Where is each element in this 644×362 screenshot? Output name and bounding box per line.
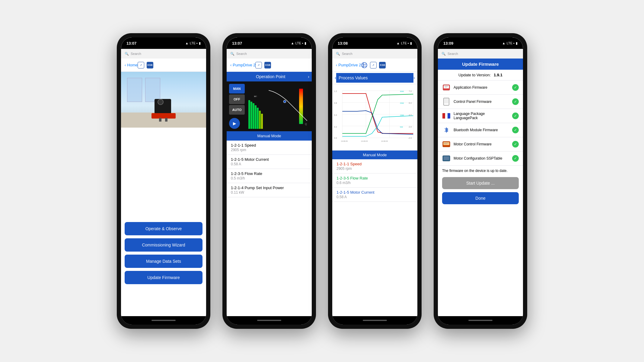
- svg-rect-41: [442, 113, 445, 119]
- manual-mode-header-2: Manual Mode: [227, 131, 312, 141]
- next-chevron[interactable]: ›: [413, 75, 415, 81]
- svg-text:0.2: 0.2: [334, 126, 337, 128]
- search-bar-3[interactable]: 🔍 Search: [332, 49, 417, 59]
- process-values-header: Process Values: [336, 73, 413, 83]
- done-btn[interactable]: Done: [442, 192, 519, 204]
- fw-check-4: ✓: [512, 141, 519, 148]
- ksb-icon-2[interactable]: KSB: [264, 62, 271, 68]
- manual-mode-header-3: Manual Mode: [332, 151, 417, 159]
- fw-check-1: ✓: [512, 98, 519, 105]
- play-btn[interactable]: ▶: [229, 118, 240, 129]
- data-rows-2: 1-2-1-1 Speed 2905 rpm 1-2-1-5 Motor Cur…: [227, 141, 312, 316]
- phone-1: 13:07 ▲ LTE ▪ ▮ 🔍 Search ‹ Home ↗: [117, 33, 210, 329]
- svg-text:13:08:05: 13:08:05: [341, 140, 348, 142]
- status-icons-2: ▲ LTE ▪ ▮: [291, 41, 306, 45]
- commissioning-wizard-btn[interactable]: Commissioning Wizard: [125, 238, 202, 252]
- status-time-1: 13:07: [126, 41, 136, 46]
- nav-header-1: ‹ Home ↗ KSB: [121, 59, 206, 72]
- status-icons-4: ▲ LTE ▪ ▮: [502, 41, 518, 45]
- search-icon-2: 🔍: [230, 52, 234, 56]
- svg-text:0.8: 0.8: [334, 102, 337, 104]
- share-icon-1[interactable]: ↗: [138, 62, 144, 68]
- bluetooth-icon: [442, 126, 451, 134]
- process-values-nav: ‹ Process Values ›: [332, 72, 417, 84]
- fw-item-label-1: Control Panel Firmware: [454, 100, 509, 104]
- search-icon-4: 🔍: [442, 52, 446, 56]
- data-row-2-1: 1-2-1-5 Motor Current 0.58 A: [227, 155, 312, 169]
- fw-status-text: The firmware on the device is up to date…: [438, 166, 523, 176]
- fw-item-2: Language Package LanguagePack ✓: [438, 109, 523, 123]
- back-arrow-1: ‹: [125, 63, 126, 67]
- home-bar-4: [438, 316, 523, 325]
- nav-back-3[interactable]: ‹ PumpDrive 2: [336, 63, 361, 67]
- nav-back-1[interactable]: ‹ Home: [125, 63, 138, 67]
- start-update-btn[interactable]: Start Update ...: [442, 177, 519, 189]
- svg-rect-43: [448, 113, 450, 119]
- fw-header: Update Firmware: [438, 59, 523, 70]
- share-icon-3[interactable]: ↗: [370, 62, 377, 68]
- svg-text:0.0: 0.0: [334, 137, 337, 139]
- status-bar-4: 13:09 ▲ LTE ▪ ▮: [438, 37, 523, 49]
- chart-area-3: 1.2 0.8 0.4 0.2 0.0 7.0 6.0 4.0 2.0 -2.0…: [332, 84, 417, 151]
- nav-back-2[interactable]: ‹ PumpDrive 2: [230, 63, 255, 67]
- operate-observe-btn[interactable]: Operate & Observe: [125, 222, 202, 235]
- fw-item-label-4: Motor Control Firmware: [454, 142, 509, 146]
- settings-icon-3[interactable]: [361, 62, 368, 68]
- app-fw-icon: [442, 83, 451, 92]
- ksb-icon-1[interactable]: KSB: [147, 62, 153, 68]
- svg-text:0.4: 0.4: [334, 114, 337, 116]
- nav-back-label-1: Home: [127, 63, 138, 67]
- screen-3: 🔍 Search ‹ PumpDrive 2: [332, 49, 417, 316]
- mode-buttons: MAN OFF AUTO ▶: [229, 84, 245, 129]
- pump-stand-right: [165, 118, 167, 122]
- status-time-2: 13:07: [232, 41, 242, 46]
- status-bar-2: 13:07 ▲ LTE ▪ ▮: [227, 37, 312, 49]
- bar-5: [257, 108, 259, 129]
- bar-graph: H↑: [247, 84, 264, 129]
- nav-header-3: ‹ PumpDrive 2 ↗ KSB: [332, 59, 417, 72]
- screen-4: 🔍 Search Update Firmware Update to Versi…: [438, 49, 523, 316]
- manage-data-sets-btn[interactable]: Manage Data Sets: [125, 255, 202, 268]
- process-row-3-1: 1-2-3-5 Flow Rate 0.6 m3/h: [332, 173, 417, 188]
- motor-ctrl-icon: [442, 140, 451, 148]
- pump-device: [150, 97, 177, 122]
- nav-icons-1: ↗ KSB: [138, 62, 153, 68]
- status-icons-1: ▲ LTE ▪ ▮: [185, 41, 201, 45]
- fw-item-label-3: Bluetooth Module Firmware: [454, 128, 509, 132]
- mode-auto-btn[interactable]: AUTO: [229, 105, 245, 115]
- pump-curve-svg: Q: [267, 84, 309, 129]
- ksb-icon-3[interactable]: KSB: [379, 62, 386, 68]
- home-bar-2: [227, 316, 312, 325]
- svg-text:13:08:25: 13:08:25: [361, 140, 368, 142]
- fw-check-0: ✓: [512, 84, 519, 91]
- svg-text:Q: Q: [305, 122, 307, 125]
- phone-2: 13:07 ▲ LTE ▪ ▮ 🔍 Search ‹ PumpDrive 2 ↗…: [222, 33, 316, 329]
- search-label-1: Search: [131, 52, 141, 56]
- svg-rect-45: [443, 142, 449, 145]
- fw-check-2: ✓: [512, 113, 519, 119]
- status-bar-3: 13:08 ▲ LTE ▪ ▮: [332, 37, 417, 49]
- mode-man-btn[interactable]: MAN: [229, 84, 245, 94]
- screen-1: 🔍 Search ‹ Home ↗ KSB: [121, 49, 206, 316]
- search-bar-2[interactable]: 🔍 Search: [227, 49, 312, 59]
- search-bar-4[interactable]: 🔍 Search: [438, 49, 523, 59]
- hero-image-1: [121, 72, 206, 128]
- share-icon-2[interactable]: ↗: [255, 62, 262, 68]
- svg-text:1.2: 1.2: [334, 90, 337, 92]
- update-firmware-btn[interactable]: Update Firmware: [125, 271, 202, 284]
- operation-point-header[interactable]: Operation Point ›: [227, 72, 312, 81]
- bar-3: [253, 103, 254, 129]
- fw-item-label-2: Language Package LanguagePack: [454, 112, 509, 120]
- process-chart: 1.2 0.8 0.4 0.2 0.0 7.0 6.0 4.0 2.0 -2.0…: [333, 85, 416, 149]
- bar-1: [248, 100, 250, 129]
- search-bar-1[interactable]: 🔍 Search: [121, 49, 206, 59]
- window-left: [127, 78, 142, 102]
- home-bar-3: [332, 316, 417, 325]
- status-time-4: 13:09: [443, 41, 453, 46]
- mode-off-btn[interactable]: OFF: [229, 94, 245, 104]
- nav-back-label-2: PumpDrive 2: [233, 63, 255, 67]
- manual-mode-title-2: Manual Mode: [257, 134, 281, 138]
- fw-item-3: Bluetooth Module Firmware ✓: [438, 123, 523, 137]
- home-bar-line-1: [151, 320, 176, 321]
- fw-check-5: ✓: [512, 155, 519, 162]
